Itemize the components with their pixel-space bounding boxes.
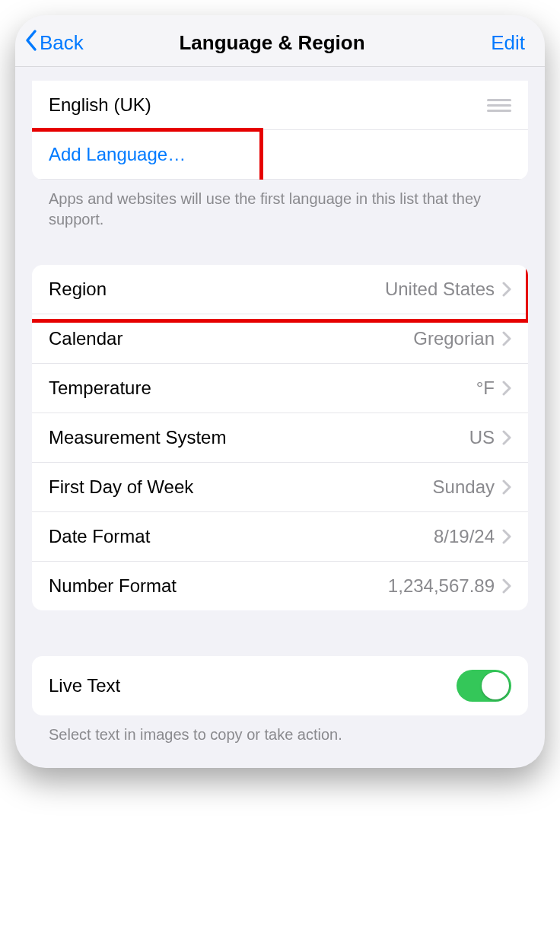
setting-label: Date Format bbox=[49, 526, 434, 547]
live-text-label: Live Text bbox=[49, 675, 457, 696]
language-label: English (UK) bbox=[49, 94, 487, 116]
chevron-right-icon bbox=[502, 430, 511, 445]
toggle-knob-icon bbox=[482, 672, 509, 699]
setting-label: Measurement System bbox=[49, 427, 469, 448]
chevron-right-icon bbox=[502, 529, 511, 544]
live-text-row: Live Text bbox=[32, 656, 528, 715]
add-language-button[interactable]: Add Language… bbox=[32, 130, 528, 180]
language-region-screen: Back Language & Region Edit English (UK)… bbox=[15, 15, 545, 768]
setting-label: Calendar bbox=[49, 328, 413, 349]
setting-value: Gregorian bbox=[413, 328, 495, 349]
page-title: Language & Region bbox=[53, 31, 491, 55]
chevron-right-icon bbox=[502, 381, 511, 396]
navigation-bar: Back Language & Region Edit bbox=[15, 15, 545, 67]
chevron-right-icon bbox=[502, 282, 511, 297]
live-text-group: Live Text bbox=[32, 656, 528, 715]
setting-label: Temperature bbox=[49, 377, 476, 399]
edit-button[interactable]: Edit bbox=[491, 31, 530, 55]
setting-value: Sunday bbox=[433, 476, 495, 498]
setting-value: °F bbox=[476, 377, 495, 399]
setting-value: United States bbox=[385, 279, 495, 300]
live-text-footer: Select text in images to copy or take ac… bbox=[32, 715, 528, 745]
languages-group: English (UK) Add Language… bbox=[32, 81, 528, 180]
setting-label: First Day of Week bbox=[49, 476, 433, 498]
reorder-grip-icon[interactable] bbox=[487, 96, 511, 115]
number-format-row[interactable]: Number Format 1,234,567.89 bbox=[32, 562, 528, 610]
region-row[interactable]: Region United States bbox=[32, 265, 528, 314]
chevron-right-icon bbox=[502, 578, 511, 594]
chevron-right-icon bbox=[502, 331, 511, 346]
date-format-row[interactable]: Date Format 8/19/24 bbox=[32, 512, 528, 562]
setting-value: US bbox=[469, 427, 495, 448]
languages-footer: Apps and websites will use the first lan… bbox=[32, 180, 528, 230]
first-day-row[interactable]: First Day of Week Sunday bbox=[32, 463, 528, 512]
measurement-row[interactable]: Measurement System US bbox=[32, 413, 528, 463]
chevron-left-icon bbox=[24, 29, 38, 57]
region-settings-group: Region United States Calendar Gregorian … bbox=[32, 265, 528, 610]
setting-label: Region bbox=[49, 279, 385, 300]
language-row[interactable]: English (UK) bbox=[32, 81, 528, 130]
temperature-row[interactable]: Temperature °F bbox=[32, 364, 528, 413]
setting-label: Number Format bbox=[49, 575, 388, 597]
calendar-row[interactable]: Calendar Gregorian bbox=[32, 314, 528, 364]
setting-value: 8/19/24 bbox=[434, 526, 495, 547]
live-text-toggle[interactable] bbox=[457, 670, 511, 702]
setting-value: 1,234,567.89 bbox=[388, 575, 495, 597]
content-area: English (UK) Add Language… Apps and webs… bbox=[15, 81, 545, 768]
chevron-right-icon bbox=[502, 479, 511, 495]
add-language-label: Add Language… bbox=[49, 144, 511, 165]
